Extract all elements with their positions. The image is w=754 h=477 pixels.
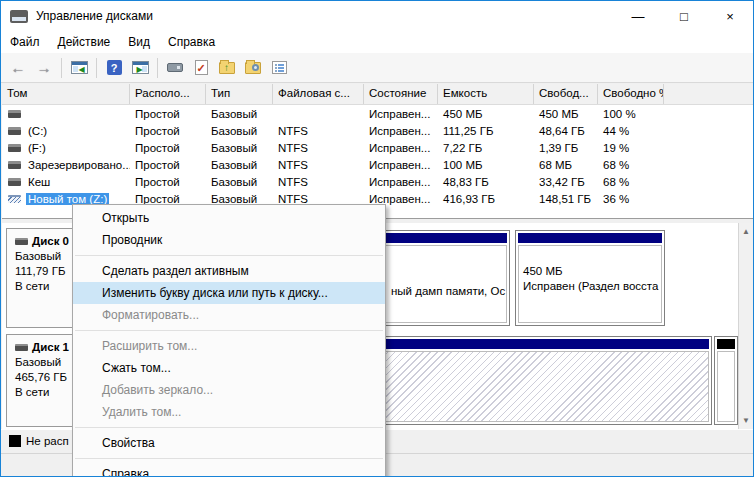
- folder-search-icon[interactable]: [241, 57, 265, 79]
- unallocated-legend-swatch: [9, 435, 21, 447]
- column-header[interactable]: Свободно %: [598, 84, 664, 104]
- maximize-button[interactable]: □: [661, 1, 707, 31]
- volume-row[interactable]: Зарезервировано...ПростойБазовыйNTFSИспр…: [2, 156, 753, 173]
- cell-capacity: 100 МБ: [438, 159, 534, 171]
- menubar-item-справка[interactable]: Справка: [159, 32, 224, 52]
- cell-capacity: 7,22 ГБ: [438, 142, 534, 154]
- menubar-item-файл[interactable]: Файл: [1, 32, 49, 52]
- column-header[interactable]: Файловая с...: [273, 84, 364, 104]
- cell-type: Базовый: [206, 176, 273, 188]
- cell-status: Исправен...: [364, 159, 438, 171]
- cell-fs: NTFS: [273, 142, 364, 154]
- menu-item: Форматировать...: [73, 304, 385, 326]
- column-header[interactable]: Том: [2, 84, 130, 104]
- menu-item[interactable]: Сжать том...: [73, 357, 385, 379]
- cell-capacity: 48,83 ГБ: [438, 176, 534, 188]
- cell-free: 450 МБ: [534, 108, 598, 120]
- volume-name-cell: [2, 110, 130, 118]
- cell-status: Исправен...: [364, 125, 438, 137]
- cell-free: 148,51 ГБ: [534, 193, 598, 205]
- menu-separator: [73, 454, 385, 463]
- cell-layout: Простой: [130, 108, 206, 120]
- column-header[interactable]: Свобод...: [534, 84, 598, 104]
- volume-row[interactable]: (F:)ПростойБазовыйNTFSИсправен...7,22 ГБ…: [2, 139, 753, 156]
- menu-item: Добавить зеркало...: [73, 379, 385, 401]
- disk-management-window: Управление дисками — □ × ФайлДействиеВид…: [0, 0, 754, 477]
- volume-row[interactable]: КешПростойБазовыйNTFSИсправен...48,83 ГБ…: [2, 173, 753, 190]
- menu-item[interactable]: Справка: [73, 463, 385, 477]
- toolbar-separator: [157, 58, 158, 78]
- menu-bar: ФайлДействиеВидСправка: [1, 31, 753, 53]
- close-button[interactable]: ×: [707, 1, 753, 31]
- device-icon[interactable]: [163, 57, 187, 79]
- menu-item[interactable]: Открыть: [73, 207, 385, 229]
- cell-free_pct: 68 %: [598, 159, 664, 171]
- disk1-unallocated-segment[interactable]: [714, 336, 738, 425]
- scroll-down-icon[interactable]: ▼: [739, 416, 753, 425]
- menu-separator: [73, 326, 385, 335]
- minimize-button[interactable]: —: [615, 1, 661, 31]
- cell-fs: NTFS: [273, 125, 364, 137]
- cell-capacity: 416,93 ГБ: [438, 193, 534, 205]
- cell-status: Исправен...: [364, 193, 438, 205]
- menubar-item-вид[interactable]: Вид: [119, 32, 159, 52]
- disk1-unallocated-body: [717, 351, 735, 422]
- action-pane-icon[interactable]: ▶: [128, 57, 152, 79]
- console-tree-icon[interactable]: ◀: [67, 57, 91, 79]
- volume-name-cell: Зарезервировано...: [2, 159, 130, 171]
- column-header[interactable]: Емкость: [438, 84, 534, 104]
- column-header[interactable]: Тип: [206, 84, 273, 104]
- volume-row[interactable]: ПростойБазовыйИсправен...450 МБ450 МБ100…: [2, 105, 753, 122]
- cell-free: 48,64 ГБ: [534, 125, 598, 137]
- partition-header-bar: [518, 233, 662, 243]
- scroll-up-icon[interactable]: ▲: [739, 227, 753, 236]
- title-bar: Управление дисками — □ ×: [1, 1, 753, 31]
- cell-layout: Простой: [130, 125, 206, 137]
- cell-type: Базовый: [206, 193, 273, 205]
- cell-layout: Простой: [130, 193, 206, 205]
- disk0-partition-recovery[interactable]: 450 МБ Исправен (Раздел восста: [515, 230, 665, 326]
- vertical-scrollbar[interactable]: ▲ ▼: [738, 223, 753, 429]
- menu-item[interactable]: Свойства: [73, 432, 385, 454]
- check-document-icon[interactable]: ✓: [189, 57, 213, 79]
- cell-type: Базовый: [206, 125, 273, 137]
- cell-layout: Простой: [130, 159, 206, 171]
- column-header[interactable]: [664, 84, 753, 104]
- cell-status: Исправен...: [364, 142, 438, 154]
- cell-status: Исправен...: [364, 176, 438, 188]
- cell-free: 33,42 ГБ: [534, 176, 598, 188]
- toolbar: ←→◀?▶✓↑: [1, 53, 753, 83]
- folder-up-icon[interactable]: ↑: [215, 57, 239, 79]
- volume-name: Кеш: [26, 176, 52, 188]
- volume-icon: [8, 195, 21, 203]
- cell-free_pct: 36 %: [598, 193, 664, 205]
- menu-item[interactable]: Проводник: [73, 229, 385, 251]
- cell-free: 68 МБ: [534, 159, 598, 171]
- column-header[interactable]: Располо...: [130, 84, 206, 104]
- cell-fs: NTFS: [273, 176, 364, 188]
- unallocated-legend-label: Не расп: [26, 435, 69, 447]
- menu-item[interactable]: Изменить букву диска или путь к диску...: [73, 282, 385, 304]
- volume-name-cell: Новый том (Z:): [2, 193, 130, 205]
- toolbar-separator: [61, 58, 62, 78]
- checklist-icon[interactable]: [267, 57, 291, 79]
- partition-status-line: Исправен (Раздел восста: [519, 279, 661, 294]
- help-icon[interactable]: ?: [102, 57, 126, 79]
- menubar-item-действие[interactable]: Действие: [49, 32, 120, 52]
- back-icon[interactable]: ←: [6, 57, 30, 79]
- cell-layout: Простой: [130, 176, 206, 188]
- volume-name: Новый том (Z:): [26, 193, 109, 205]
- menu-item: Удалить том...: [73, 401, 385, 423]
- volume-row[interactable]: (C:)ПростойБазовыйNTFSИсправен...111,25 …: [2, 122, 753, 139]
- volume-name: (F:): [26, 142, 48, 154]
- column-header[interactable]: Состояние: [364, 84, 438, 104]
- cell-layout: Простой: [130, 142, 206, 154]
- cell-capacity: 111,25 ГБ: [438, 125, 534, 137]
- cell-free_pct: 44 %: [598, 125, 664, 137]
- cell-free_pct: 100 %: [598, 108, 664, 120]
- menu-item[interactable]: Сделать раздел активным: [73, 260, 385, 282]
- forward-icon[interactable]: →: [32, 57, 56, 79]
- menu-item: Расширить том...: [73, 335, 385, 357]
- disk-icon: [15, 238, 28, 245]
- disk0-partition-c-text: ный дамп памяти, Ос: [391, 284, 505, 299]
